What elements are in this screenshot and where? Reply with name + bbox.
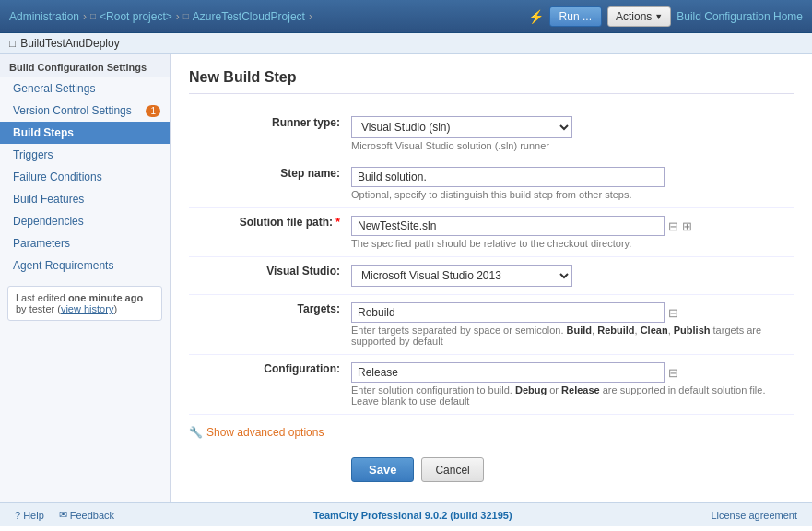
required-marker: *: [335, 216, 340, 229]
warning-icon: ⚡: [528, 9, 544, 24]
sidebar-item-agent-requirements[interactable]: Agent Requirements: [0, 254, 170, 277]
breadcrumb-sep-3: ›: [309, 10, 312, 23]
license-link[interactable]: License agreement: [711, 510, 797, 521]
sidebar-item-label: Failure Conditions: [13, 171, 102, 183]
visual-studio-select[interactable]: Microsoft Visual Studio 2013: [351, 265, 572, 287]
sidebar-item-label: Triggers: [13, 148, 53, 161]
runner-type-input-row: Visual Studio (sln): [351, 116, 788, 138]
sidebar-item-label: Dependencies: [13, 215, 84, 228]
folder-icon-2: □: [183, 11, 189, 21]
browse-icon[interactable]: ⊞: [682, 219, 692, 233]
runner-type-label: Runner type:: [189, 109, 346, 159]
product-label: TeamCity Professional: [313, 510, 422, 521]
step-name-label: Step name:: [189, 159, 346, 208]
feedback-link[interactable]: ✉ Feedback: [59, 509, 114, 521]
visual-studio-row: Visual Studio: Microsoft Visual Studio 2…: [189, 257, 794, 295]
show-advanced-link[interactable]: 🔧 Show advanced options: [189, 426, 794, 439]
sidebar-item-label: Build Features: [13, 193, 84, 206]
solution-path-hint: The specified path should be relative to…: [351, 238, 788, 249]
configuration-input[interactable]: [351, 362, 665, 383]
breadcrumb: Administration › □ <Root project> › □ Az…: [9, 10, 312, 23]
main-layout: Build Configuration Settings General Set…: [0, 54, 812, 502]
breadcrumb-sep-1: ›: [83, 10, 87, 23]
project-icon: □: [9, 37, 16, 50]
solution-path-input-row: ⊟ ⊞: [351, 216, 788, 236]
page-title: New Build Step: [189, 69, 794, 94]
breadcrumb-admin[interactable]: Administration: [9, 10, 79, 23]
solution-path-input[interactable]: [351, 216, 665, 236]
project-title: BuildTestAndDeploy: [20, 37, 119, 50]
runner-type-cell: Visual Studio (sln) Microsoft Visual Stu…: [346, 109, 794, 159]
targets-input-row: ⊟: [351, 302, 788, 323]
targets-input[interactable]: [351, 302, 665, 323]
sidebar-item-label: Agent Requirements: [13, 259, 113, 272]
folder-icon-1: □: [90, 11, 96, 21]
sidebar-item-label: Build Steps: [13, 126, 74, 139]
save-button[interactable]: Save: [351, 457, 414, 482]
solution-path-row: Solution file path: * ⊟ ⊞ The specified …: [189, 208, 794, 257]
targets-hint: Enter targets separated by space or semi…: [351, 324, 788, 347]
build-step-form: Runner type: Visual Studio (sln) Microso…: [189, 109, 794, 415]
last-edited-box: Last edited one minute ago by tester (vi…: [7, 286, 162, 321]
runner-type-row: Runner type: Visual Studio (sln) Microso…: [189, 109, 794, 159]
footer-left: ? Help ✉ Feedback: [15, 509, 114, 521]
configuration-input-row: ⊟: [351, 362, 788, 383]
form-buttons: Save Cancel: [189, 457, 794, 482]
main-content: New Build Step Runner type: Visual Studi…: [171, 54, 812, 502]
sidebar-item-label: Parameters: [13, 237, 70, 250]
footer: ? Help ✉ Feedback TeamCity Professional …: [0, 502, 812, 526]
sidebar-item-general-settings[interactable]: General Settings: [0, 77, 170, 100]
targets-label: Targets:: [189, 295, 346, 355]
run-button[interactable]: Run ...: [549, 6, 602, 27]
help-link[interactable]: ? Help: [15, 509, 44, 521]
last-edited-prefix: Last edited: [16, 292, 68, 303]
breadcrumb-project[interactable]: AzureTestCloudProject: [193, 10, 305, 23]
visual-studio-cell: Microsoft Visual Studio 2013: [346, 257, 794, 295]
sidebar-item-failure-conditions[interactable]: Failure Conditions: [0, 166, 170, 188]
configuration-cell: ⊟ Enter solution configuration to build.…: [346, 355, 794, 415]
project-title-bar: □ BuildTestAndDeploy: [0, 33, 812, 54]
sidebar-item-label: General Settings: [13, 82, 95, 95]
runner-type-hint: Microsoft Visual Studio solution (.sln) …: [351, 140, 788, 151]
configuration-label: Configuration:: [189, 355, 346, 415]
targets-cell: ⊟ Enter targets separated by space or se…: [346, 295, 794, 355]
step-name-input[interactable]: [351, 167, 665, 187]
footer-center: TeamCity Professional 9.0.2 (build 32195…: [313, 510, 512, 521]
solution-path-cell: ⊟ ⊞ The specified path should be relativ…: [346, 208, 794, 257]
visual-studio-input-row: Microsoft Visual Studio 2013: [351, 265, 788, 287]
sidebar: Build Configuration Settings General Set…: [0, 54, 171, 502]
step-name-cell: Optional, specify to distinguish this bu…: [346, 159, 794, 208]
targets-copy-icon[interactable]: ⊟: [668, 306, 678, 320]
last-edited-time: one minute ago: [68, 292, 143, 303]
sidebar-item-build-features[interactable]: Build Features: [0, 188, 170, 210]
wrench-icon: 🔧: [189, 426, 203, 439]
sidebar-item-build-steps[interactable]: Build Steps: [0, 122, 170, 144]
runner-type-select[interactable]: Visual Studio (sln): [351, 116, 572, 138]
last-edited-by: by tester: [16, 303, 54, 314]
build-config-home-link[interactable]: Build Configuration Home: [677, 10, 803, 23]
sidebar-item-triggers[interactable]: Triggers: [0, 144, 170, 166]
version-label: 9.0.2 (build 32195): [425, 510, 512, 521]
configuration-hint: Enter solution configuration to build. D…: [351, 384, 788, 407]
help-icon: ?: [15, 510, 20, 521]
configuration-row: Configuration: ⊟ Enter solution configur…: [189, 355, 794, 415]
sidebar-item-vcs[interactable]: Version Control Settings 1: [0, 100, 170, 122]
header-actions: ⚡ Run ... Actions ▼ Build Configuration …: [528, 6, 803, 27]
configuration-copy-icon[interactable]: ⊟: [668, 366, 678, 380]
cancel-button[interactable]: Cancel: [421, 457, 483, 482]
chevron-down-icon: ▼: [654, 12, 663, 21]
sidebar-item-parameters[interactable]: Parameters: [0, 232, 170, 254]
step-name-row: Step name: Optional, specify to distingu…: [189, 159, 794, 208]
view-history-link[interactable]: view history: [61, 303, 113, 314]
header: Administration › □ <Root project> › □ Az…: [0, 0, 812, 33]
breadcrumb-sep-2: ›: [176, 10, 180, 23]
visual-studio-label: Visual Studio:: [189, 257, 346, 295]
targets-row: Targets: ⊟ Enter targets separated by sp…: [189, 295, 794, 355]
breadcrumb-root[interactable]: <Root project>: [100, 10, 172, 23]
actions-button[interactable]: Actions ▼: [607, 6, 671, 27]
footer-right: License agreement: [711, 510, 797, 521]
actions-label: Actions: [616, 10, 652, 23]
step-name-hint: Optional, specify to distinguish this bu…: [351, 189, 788, 200]
sidebar-item-dependencies[interactable]: Dependencies: [0, 210, 170, 232]
copy-icon[interactable]: ⊟: [668, 219, 678, 233]
